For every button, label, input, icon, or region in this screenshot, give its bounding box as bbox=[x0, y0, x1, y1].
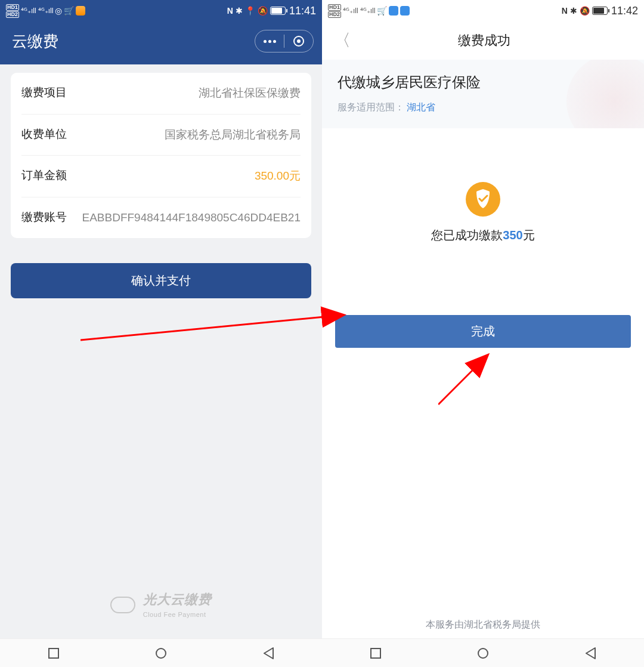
success-shield-icon bbox=[466, 182, 500, 217]
brand-footer: 光大云缴费 Cloud Fee Payment bbox=[0, 591, 322, 619]
label-unit: 收费单位 bbox=[21, 126, 81, 142]
battery-icon bbox=[270, 7, 286, 15]
cloud-icon bbox=[110, 597, 135, 613]
android-nav-bar bbox=[0, 638, 322, 667]
scope-label: 服务适用范围： bbox=[338, 102, 404, 112]
scope-link[interactable]: 湖北省 bbox=[407, 102, 435, 112]
recent-apps-button[interactable] bbox=[48, 648, 59, 659]
bluetooth-icon: ✱ bbox=[570, 6, 577, 16]
done-button[interactable]: 完成 bbox=[335, 315, 631, 348]
battery-icon bbox=[592, 7, 608, 15]
app-title: 云缴费 bbox=[12, 31, 58, 52]
nfc-icon: N bbox=[562, 6, 568, 16]
label-amount: 订单金额 bbox=[21, 168, 81, 183]
signal-icon: ⁴ᴳ₊ıll bbox=[343, 7, 358, 15]
more-button[interactable] bbox=[255, 30, 284, 52]
app-header: 云缴费 bbox=[0, 21, 322, 64]
row-amount: 订单金额 350.00元 bbox=[21, 156, 301, 197]
signal-icon: ⁴ᴳ₊ıll bbox=[21, 7, 36, 15]
service-banner: 代缴城乡居民医疗保险 服务适用范围： 湖北省 bbox=[322, 60, 644, 128]
back-button[interactable] bbox=[263, 647, 274, 659]
payment-detail-card: 缴费项目 湖北省社保医保缴费 收费单位 国家税务总局湖北省税务局 订单金额 35… bbox=[11, 73, 311, 238]
value-account: EABBDFF9484144F1849805C46DD4EB21 bbox=[81, 209, 301, 227]
profile-icon: ◎ bbox=[55, 6, 62, 16]
app-icon bbox=[400, 6, 410, 16]
status-bar-left: HD1HD2 ⁴ᴳ₊ıll ⁴ᴳ₊ıll ◎ 🛒 N ✱ 📍 🔕 11:41 bbox=[0, 0, 322, 21]
mute-icon: 🔕 bbox=[580, 6, 590, 16]
mini-program-capsule[interactable] bbox=[255, 30, 314, 53]
row-account: 缴费账号 EABBDFF9484144F1849805C46DD4EB21 bbox=[21, 197, 301, 239]
signal-icon: ⁴ᴳ₊ıll bbox=[360, 7, 376, 15]
banner-title: 代缴城乡居民医疗保险 bbox=[338, 73, 628, 92]
payment-success-screen: HD1HD2 ⁴ᴳ₊ıll ⁴ᴳ₊ıll 🛒 N ✱ 🔕 11:42 〈 缴费成… bbox=[322, 0, 644, 667]
confirm-pay-button[interactable]: 确认并支付 bbox=[11, 263, 311, 298]
bluetooth-icon: ✱ bbox=[236, 6, 243, 16]
weather-icon bbox=[76, 6, 85, 16]
label-account: 缴费账号 bbox=[21, 209, 81, 225]
android-nav-bar bbox=[322, 638, 644, 667]
page-title: 缴费成功 bbox=[354, 32, 636, 50]
signal-icon: ⁴ᴳ₊ıll bbox=[38, 7, 54, 15]
clock: 11:42 bbox=[611, 5, 638, 17]
home-button[interactable] bbox=[156, 648, 166, 659]
status-bar-right: HD1HD2 ⁴ᴳ₊ıll ⁴ᴳ₊ıll 🛒 N ✱ 🔕 11:42 bbox=[322, 0, 644, 21]
success-block: 您已成功缴款350元 bbox=[322, 182, 644, 243]
home-button[interactable] bbox=[478, 648, 488, 659]
value-amount: 350.00元 bbox=[81, 168, 301, 185]
nfc-icon: N bbox=[227, 6, 233, 16]
back-icon[interactable]: 〈 bbox=[330, 29, 354, 52]
row-unit: 收费单位 国家税务总局湖北省税务局 bbox=[21, 115, 301, 156]
service-provider-note: 本服务由湖北省税务局提供 bbox=[322, 619, 644, 631]
success-amount: 350 bbox=[503, 228, 522, 242]
close-button[interactable] bbox=[284, 30, 313, 52]
label-item: 缴费项目 bbox=[21, 85, 81, 100]
mute-icon: 🔕 bbox=[258, 6, 268, 16]
page-header: 〈 缴费成功 bbox=[322, 21, 644, 60]
back-button[interactable] bbox=[585, 647, 596, 659]
value-item: 湖北省社保医保缴费 bbox=[81, 85, 301, 102]
value-unit: 国家税务总局湖北省税务局 bbox=[81, 126, 301, 144]
recent-apps-button[interactable] bbox=[370, 648, 381, 659]
row-item: 缴费项目 湖北省社保医保缴费 bbox=[21, 73, 301, 115]
weather-icon bbox=[389, 6, 398, 16]
cart-icon: 🛒 bbox=[377, 6, 387, 16]
success-message: 您已成功缴款350元 bbox=[322, 227, 644, 243]
payment-confirm-screen: HD1HD2 ⁴ᴳ₊ıll ⁴ᴳ₊ıll ◎ 🛒 N ✱ 📍 🔕 11:41 云… bbox=[0, 0, 322, 667]
location-icon: 📍 bbox=[245, 6, 255, 16]
clock: 11:41 bbox=[289, 5, 316, 17]
cart-icon: 🛒 bbox=[64, 6, 74, 16]
